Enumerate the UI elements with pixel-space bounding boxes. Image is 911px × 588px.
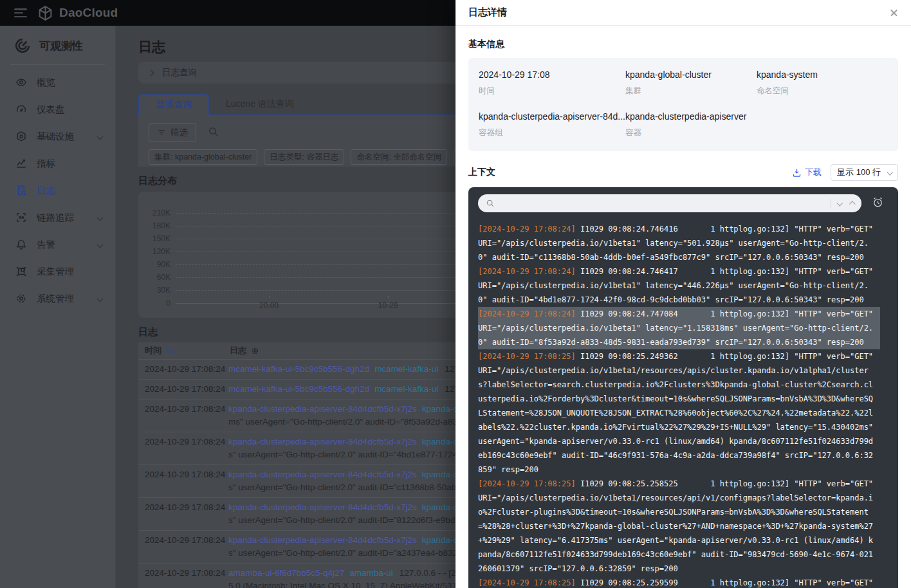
pod-link[interactable]: kpanda-clusterpedia-apiserver-84d4dcfb5d…	[228, 437, 417, 446]
drawer-header: 日志详情	[456, 0, 911, 26]
container-link[interactable]: amamba-ui	[349, 568, 393, 578]
sidebar-item-label: 基础设施	[37, 131, 98, 143]
log-timestamp: [2024-10-29 17:08:25]	[478, 352, 576, 361]
chevron-down-icon	[887, 169, 893, 175]
sidebar-item-dashboard[interactable]: 仪表盘	[0, 96, 115, 123]
pod-link[interactable]: kpanda-clusterpedia-apiserver-84d4dcfb5d…	[228, 535, 417, 545]
info-field: 2024-10-29 17:08时间	[479, 69, 625, 96]
brand-name: DaoCloud	[59, 6, 118, 20]
drawer-body: 基本信息 2024-10-29 17:08时间kpanda-global-clu…	[456, 26, 911, 588]
column-settings-gear-icon[interactable]	[251, 347, 259, 355]
container-link[interactable]: mcamel-kafka-ui	[374, 364, 438, 374]
download-button[interactable]: 下载	[792, 167, 822, 178]
log-search-input[interactable]	[495, 194, 825, 212]
pod-link[interactable]: mcamel-kafka-ui-5bc9c5b556-dgh2d	[228, 384, 369, 394]
log-line[interactable]: [2024-10-29 17:08:24] I1029 09:08:24.746…	[478, 264, 875, 307]
log-time-cell: 2024-10-29 17:08:24	[138, 534, 228, 560]
pod-link[interactable]: kpanda-clusterpedia-apiserver-84d4dcfb5d…	[228, 502, 417, 512]
y-axis-tick-label: 0	[146, 299, 170, 308]
sidebar-item-label: 链路追踪	[37, 212, 98, 224]
sidebar-item-label: 指标	[37, 158, 106, 170]
close-icon[interactable]	[889, 8, 899, 18]
log-timestamp: [2024-10-29 17:08:25]	[478, 479, 576, 488]
info-field: kpanda-system命名空间	[757, 69, 888, 96]
sidebar-item-alerts[interactable]: 告警	[0, 231, 115, 258]
daocloud-cube-icon	[37, 5, 53, 21]
info-field: kpanda-global-cluster集群	[625, 69, 757, 96]
y-axis-tick-label: 120K	[146, 247, 170, 256]
sidebar-item-overview[interactable]: 概览	[0, 69, 115, 96]
log-line[interactable]: [2024-10-29 17:08:25] I1029 09:08:25.249…	[478, 349, 875, 477]
info-field-value: kpanda-system	[757, 69, 888, 81]
log-time-cell: 2024-10-29 17:08:24	[138, 468, 228, 494]
log-time-cell: 2024-10-29 17:08:24	[138, 383, 228, 396]
y-axis-tick-label: 60K	[146, 273, 170, 282]
pod-link[interactable]: kpanda-clusterpedia-apiserver-84d4dcfb5d…	[228, 470, 417, 479]
filter-chip[interactable]: 日志类型: 容器日志	[264, 149, 344, 165]
hamburger-menu-icon[interactable]	[14, 8, 27, 17]
filter-chip[interactable]: 命名空间: 全部命名空间	[351, 149, 447, 165]
log-line[interactable]: [2024-10-29 17:08:25] I1029 09:08:25.259…	[478, 576, 875, 588]
rows-count-select[interactable]: 显示 100 行	[831, 164, 898, 181]
tab-normal-query[interactable]: 普通查询	[138, 94, 209, 115]
sidebar: 可观测性 概览仪表盘基础设施指标日志链路追踪告警采集管理系统管理	[0, 26, 116, 588]
gear-icon	[15, 293, 27, 304]
sidebar-item-logs[interactable]: 日志	[0, 177, 115, 204]
log-line[interactable]: [2024-10-29 17:08:25] I1029 09:08:25.258…	[478, 477, 875, 576]
sort-descending-icon[interactable]	[166, 347, 174, 355]
info-field-label: 容器	[625, 127, 757, 138]
log-time-cell: 2024-10-29 17:08:24	[138, 363, 228, 376]
filter-chip[interactable]: 集群: kpanda-global-cluster	[149, 149, 257, 165]
info-field-label: 容器组	[479, 127, 625, 138]
sidebar-item-collection[interactable]: 采集管理	[0, 258, 115, 285]
column-time[interactable]: 时间	[138, 345, 228, 356]
trend-chart-icon	[15, 158, 27, 169]
sidebar-nav: 概览仪表盘基础设施指标日志链路追踪告警采集管理系统管理	[0, 69, 115, 312]
filter-button[interactable]: 筛选	[149, 123, 196, 142]
log-line[interactable]: [2024-10-29 17:08:24] I1029 09:08:24.746…	[478, 222, 875, 264]
sidebar-divider	[10, 64, 105, 65]
container-link[interactable]: mcamel-kafka-ui	[374, 384, 438, 394]
sidebar-item-label: 采集管理	[37, 266, 106, 278]
next-match-chevron-down-icon[interactable]	[836, 199, 843, 206]
info-field: kpanda-clusterpedia-apiserver容器	[625, 111, 757, 138]
pod-link[interactable]: kpanda-clusterpedia-apiserver-84d4dcfb5d…	[228, 404, 417, 414]
search-icon[interactable]	[208, 126, 219, 140]
sidebar-item-system[interactable]: 系统管理	[0, 285, 115, 312]
download-icon	[792, 168, 802, 178]
log-timestamp: [2024-10-29 17:08:25]	[478, 578, 576, 587]
log-timestamp: [2024-10-29 17:08:24]	[478, 309, 576, 318]
search-icon	[486, 199, 495, 208]
y-axis-tick-label: 180K	[146, 221, 170, 230]
context-title: 上下文	[468, 167, 792, 178]
chevron-right-icon	[148, 69, 154, 76]
sidebar-item-infrastructure[interactable]: 基础设施	[0, 123, 115, 150]
log-time-cell: 2024-10-29 17:08:24	[138, 436, 228, 461]
sidebar-item-label: 概览	[37, 77, 106, 89]
brand-logo[interactable]: DaoCloud	[37, 5, 118, 21]
hexagon-icon	[15, 131, 27, 142]
tab-lucene-query[interactable]: Lucene 语法查询	[209, 93, 311, 115]
observability-icon	[14, 37, 31, 54]
pod-link[interactable]: mcamel-kafka-ui-5bc9c5b556-dgh2d	[228, 364, 369, 374]
y-axis-tick-label: 90K	[146, 260, 170, 269]
log-line-highlighted[interactable]: [2024-10-29 17:08:24] I1029 09:08:24.747…	[478, 307, 880, 349]
info-field-value: kpanda-clusterpedia-apiserver	[625, 111, 757, 123]
realtime-timer-icon[interactable]	[872, 196, 884, 211]
y-axis-tick-label: 210K	[146, 208, 170, 217]
sidebar-item-tracing[interactable]: 链路追踪	[0, 204, 115, 231]
log-lines[interactable]: [2024-10-29 17:08:24] I1029 09:08:24.746…	[478, 222, 888, 588]
sidebar-item-label: 仪表盘	[37, 104, 106, 116]
log-detail-drawer: 日志详情 基本信息 2024-10-29 17:08时间kpanda-globa…	[456, 0, 911, 588]
prev-match-chevron-up-icon[interactable]	[849, 201, 856, 207]
log-timestamp: [2024-10-29 17:08:24]	[478, 267, 576, 276]
search-divider	[831, 199, 831, 208]
sidebar-title: 可观测性	[0, 26, 115, 63]
chevron-down-icon	[97, 133, 104, 140]
sidebar-item-metrics[interactable]: 指标	[0, 150, 115, 177]
pod-link[interactable]: amamba-ui-6f6d7bb5c5-q4j27	[228, 568, 344, 578]
trace-icon	[15, 212, 27, 223]
log-search-bar[interactable]	[478, 194, 861, 212]
log-time-cell: 2024-10-29 17:08:24	[138, 403, 228, 428]
y-axis-tick-label: 30K	[146, 286, 170, 295]
